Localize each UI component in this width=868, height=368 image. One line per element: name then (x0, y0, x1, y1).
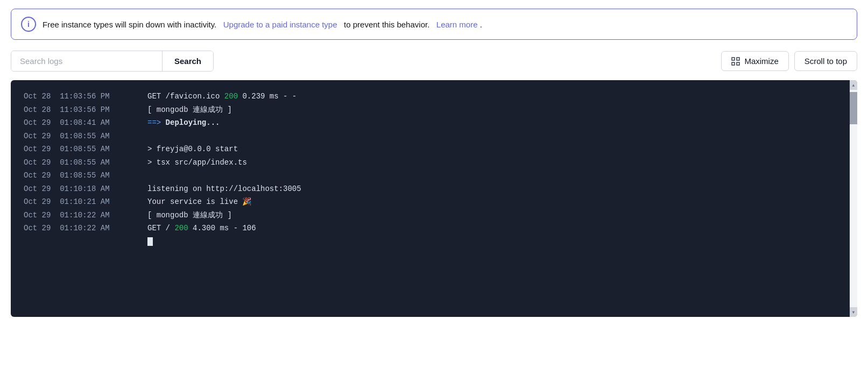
info-banner: i Free instance types will spin down wit… (11, 9, 857, 40)
svg-rect-3 (737, 62, 739, 65)
search-button[interactable]: Search (162, 51, 213, 71)
log-line: Oct 28 11:03:56 PM [ mongodb 連線成功 ] (24, 103, 837, 117)
upgrade-link[interactable]: Upgrade to a paid instance type (223, 20, 337, 29)
toolbar-right: Maximize Scroll to top (721, 51, 857, 71)
scroll-to-top-button[interactable]: Scroll to top (794, 51, 857, 71)
maximize-button[interactable]: Maximize (721, 51, 788, 71)
svg-rect-1 (737, 58, 739, 60)
search-row: Search Maximize Scroll to top (11, 51, 857, 72)
log-line: Oct 29 01:08:41 AM ==> Deploying... (24, 116, 837, 130)
log-cursor-line (24, 235, 837, 249)
log-line: Oct 29 01:08:55 AM (24, 130, 837, 143)
log-content[interactable]: Oct 28 11:03:56 PM GET /favicon.ico 200 … (11, 80, 850, 317)
log-line: Oct 29 01:08:55 AM > freyja@0.0.0 start (24, 143, 837, 156)
log-line: Oct 29 01:10:22 AM [ mongodb 連線成功 ] (24, 209, 837, 222)
maximize-icon (731, 57, 740, 66)
search-group: Search (11, 51, 214, 72)
scrollbar-up-button[interactable]: ▲ (850, 80, 857, 90)
learn-more-link[interactable]: Learn more (436, 20, 478, 29)
log-line: Oct 29 01:10:22 AM GET / 200 4.300 ms - … (24, 222, 837, 235)
log-scrollbar[interactable]: ▲ ▼ (850, 80, 857, 317)
scrollbar-down-button[interactable]: ▼ (850, 307, 857, 317)
log-line: Oct 28 11:03:56 PM GET /favicon.ico 200 … (24, 90, 837, 103)
log-terminal: Oct 28 11:03:56 PM GET /favicon.ico 200 … (11, 80, 857, 317)
scrollbar-track (850, 90, 857, 307)
info-icon: i (21, 17, 36, 32)
svg-rect-0 (732, 58, 735, 60)
page-wrapper: i Free instance types will spin down wit… (0, 0, 868, 325)
svg-rect-2 (732, 62, 735, 65)
search-input[interactable] (11, 51, 162, 71)
scrollbar-thumb[interactable] (850, 92, 857, 124)
log-line: Oct 29 01:08:55 AM (24, 169, 837, 182)
log-line: Oct 29 01:10:21 AM Your service is live … (24, 195, 837, 209)
banner-text: Free instance types will spin down with … (43, 20, 482, 29)
log-line: Oct 29 01:08:55 AM > tsx src/app/index.t… (24, 156, 837, 169)
log-line: Oct 29 01:10:18 AM listening on http://l… (24, 182, 837, 196)
